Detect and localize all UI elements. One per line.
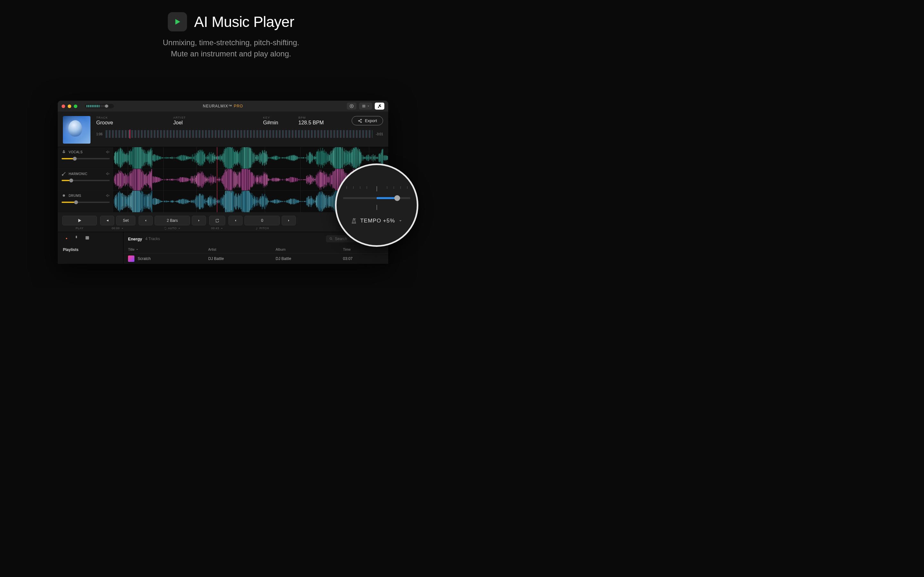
download-button[interactable] [347,103,357,110]
titlebar: NEURALMIX™ PRO [58,101,388,111]
mute-icon[interactable] [106,193,110,197]
skip-back-button[interactable] [100,216,114,226]
music-note-icon [377,104,382,108]
svg-rect-3 [362,107,365,107]
guitar-icon [61,171,66,176]
album-art[interactable] [63,116,90,143]
drums-icon [61,193,66,198]
hero: AI Music Player Unmixing, time-stretchin… [0,0,462,60]
tempo-scale [343,186,410,196]
stem-volume-slider[interactable] [61,158,110,159]
bpm-value: 128.5 BPM [298,120,330,126]
tempo-magnifier: TEMPO +5% [335,163,418,247]
chevron-down-icon [220,227,223,230]
svg-rect-2 [362,106,365,106]
column-headers: Title Artist Album Time [124,245,388,253]
browser: Playlists Energy 4 Tracks Search Title A… [58,232,388,264]
svg-rect-8 [86,236,89,240]
stem-label: HARMONIC [69,172,103,176]
pitch-down-button[interactable] [228,216,242,226]
app-brand: NEURALMIX™ PRO [203,104,243,108]
pitch-up-button[interactable] [282,216,296,226]
bpm-label: BPM [298,116,330,119]
bars-prev-button[interactable] [139,216,153,226]
window-controls [61,105,78,108]
chevron-down-icon [398,218,403,224]
chevron-left-icon [234,219,237,222]
albums-tab-icon[interactable] [85,235,90,240]
overview-waveform[interactable]: 1:06 -3:01 [96,130,383,138]
cycle-icon [164,227,167,230]
loop-icon [215,219,220,222]
playlist-count: 4 Tracks [145,237,160,241]
jump-time-label[interactable]: 00:43 [209,227,225,230]
app-window: NEURALMIX™ PRO TRACK Groove [58,101,388,264]
chevron-down-icon [367,104,370,108]
playlist-title: Energy [128,237,142,242]
hero-title: AI Music Player [194,13,294,31]
library-button[interactable] [375,103,384,110]
export-button[interactable]: Export [352,116,383,125]
chevron-right-icon [197,219,201,222]
share-icon [358,119,362,123]
chevron-down-icon [121,227,124,230]
maximize-window-button[interactable] [74,105,78,108]
elapsed-time: 1:06 [96,132,102,136]
artist-label: ARTIST [173,116,250,119]
tempo-slider[interactable] [343,197,410,199]
col-album[interactable]: Album [276,247,343,251]
stem-volume-slider[interactable] [61,180,110,181]
skip-back-icon [105,219,109,222]
col-time[interactable]: Time [343,247,368,251]
minimize-window-button[interactable] [68,105,71,108]
play-label: PLAY [62,227,97,230]
metronome-icon [351,218,357,224]
treble-clef-icon [255,227,258,230]
stem-volume-slider[interactable] [61,201,110,203]
stem-waveform-vocals[interactable] [114,147,388,169]
browser-sidebar: Playlists [58,232,124,264]
playlist-tab-icon[interactable] [63,235,68,240]
loop-toggle-button[interactable] [209,216,225,226]
track-list: Energy 4 Tracks Search Title Artist Albu… [124,232,388,264]
settings-tab-icon[interactable] [95,235,101,240]
loop-time-label[interactable]: 00:00 [100,227,136,230]
auto-label[interactable]: AUTO [139,227,206,230]
col-artist[interactable]: Artist [208,247,276,251]
sidebar-heading: Playlists [58,243,123,253]
track-header: TRACK Groove ARTIST Joel KEY G#min BPM 1… [58,111,388,147]
close-window-button[interactable] [61,105,65,108]
tempo-scale-bottom [343,200,410,210]
chevron-left-icon [144,219,148,222]
col-title[interactable]: Title [128,247,208,251]
hero-subtitle: Unmixing, time-stretching, pitch-shiftin… [0,37,462,60]
pitch-label: PITCH [228,227,296,230]
tempo-dropdown[interactable]: TEMPO +5% [351,218,403,224]
menu-button[interactable] [359,103,372,110]
output-meter[interactable] [85,104,114,108]
chevron-right-icon [287,219,291,222]
stem-label: DRUMS [69,194,103,197]
pitch-value-button[interactable]: 0 [244,216,280,226]
set-cue-button[interactable]: Set [116,216,136,226]
mute-icon[interactable] [106,150,110,154]
bars-next-button[interactable] [192,216,206,226]
track-row[interactable]: Scratch DJ Battle DJ Battle 03:07 [124,253,388,264]
bars-button[interactable]: 2 Bars [155,216,190,226]
mute-icon[interactable] [106,172,110,176]
app-icon [168,12,187,31]
svg-point-9 [330,237,332,239]
vocals-tab-icon[interactable] [74,235,79,240]
track-name: Groove [96,120,160,126]
chevron-down-icon [136,248,139,251]
stem-label: VOCALS [69,150,103,154]
play-button[interactable] [62,216,97,226]
row-art [128,255,134,262]
chevron-down-icon [178,227,181,230]
key-value: G#min [263,120,286,126]
artist-name: Joel [173,120,250,126]
menu-icon [362,104,366,108]
play-icon [77,218,82,223]
svg-point-7 [63,195,65,197]
download-icon [349,104,354,108]
